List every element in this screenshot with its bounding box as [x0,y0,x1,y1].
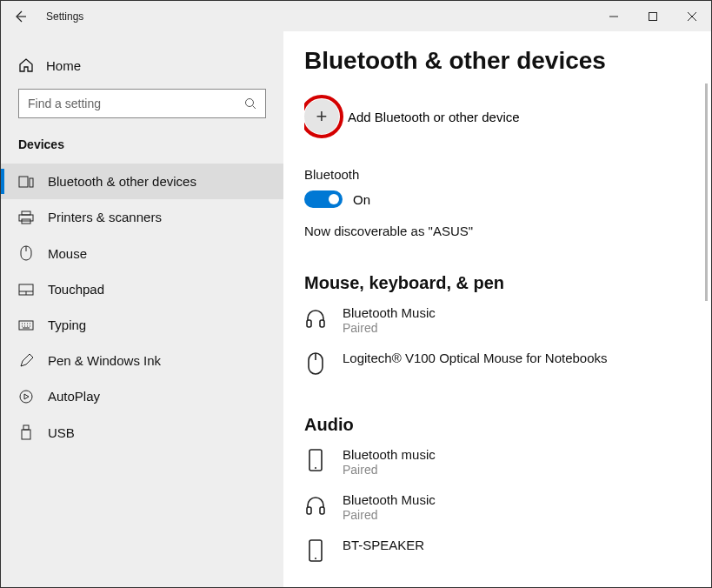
bluetooth-state: On [353,192,370,207]
device-group-heading: Audio [304,415,711,435]
minimize-button[interactable] [594,1,633,31]
main-panel: Bluetooth & other devices + Add Bluetoot… [283,31,711,587]
device-status: Paired [343,463,436,477]
svg-rect-19 [320,507,324,514]
sidebar: Home Devices Bluetooth & other devices P… [1,31,283,587]
titlebar: Settings [1,1,711,31]
device-name: Bluetooth Music [343,305,436,321]
device-row[interactable]: BT-SPEAKER [304,538,711,564]
devices-icon [18,176,34,188]
pen-icon [18,354,34,368]
window-title: Settings [46,10,83,23]
sidebar-item-label: Mouse [48,246,87,261]
add-device-label: Add Bluetooth or other device [348,110,520,124]
search-box[interactable] [18,89,266,118]
sidebar-item-label: Printers & scanners [48,210,162,224]
device-name: Bluetooth music [343,447,436,463]
page-title: Bluetooth & other devices [304,47,711,75]
sidebar-item-autoplay[interactable]: AutoPlay [1,378,283,414]
back-button[interactable] [1,1,39,31]
search-input[interactable] [28,97,244,110]
svg-rect-13 [307,320,311,327]
sidebar-item-label: Typing [48,317,86,332]
device-row[interactable]: Bluetooth MusicPaired [304,492,711,522]
sidebar-item-label: Pen & Windows Ink [48,353,161,368]
headphones-icon [304,305,327,331]
sidebar-item-label: USB [48,425,75,440]
maximize-button[interactable] [633,1,672,31]
phone-icon [304,538,327,564]
mouse-icon [304,351,327,377]
keyboard-icon [18,320,34,331]
home-icon [18,57,34,73]
device-name: BT-SPEAKER [343,538,424,553]
device-name: Bluetooth Music [343,492,436,508]
mouse-icon [18,245,34,261]
svg-point-1 [246,99,254,107]
device-status: Paired [343,508,436,522]
sidebar-item-label: Touchpad [48,282,104,297]
svg-rect-12 [22,430,30,439]
home-link[interactable]: Home [1,52,283,89]
sidebar-item-printers[interactable]: Printers & scanners [1,199,283,235]
sidebar-item-bluetooth[interactable]: Bluetooth & other devices [1,164,283,199]
printer-icon [18,210,34,224]
discoverable-text: Now discoverable as "ASUS" [304,224,711,238]
sidebar-item-typing[interactable]: Typing [1,307,283,343]
device-row[interactable]: Bluetooth musicPaired [304,447,711,477]
device-row[interactable]: Bluetooth MusicPaired [304,305,711,335]
usb-icon [18,424,34,440]
sidebar-item-label: Bluetooth & other devices [48,174,196,189]
sidebar-item-mouse[interactable]: Mouse [1,235,283,271]
bluetooth-label: Bluetooth [304,167,711,182]
svg-rect-18 [307,507,311,514]
device-status: Paired [343,321,436,335]
home-label: Home [46,58,81,73]
device-name: Logitech® V100 Optical Mouse for Noteboo… [343,351,608,366]
phone-icon [304,447,327,473]
svg-rect-4 [22,211,30,215]
sidebar-section-label: Devices [1,137,283,164]
svg-point-17 [315,467,316,469]
svg-rect-5 [19,215,33,221]
add-device-button[interactable]: + [304,99,339,134]
svg-point-10 [20,391,32,403]
device-group-heading: Mouse, keyboard, & pen [304,273,711,293]
sidebar-item-label: AutoPlay [48,389,100,404]
close-button[interactable] [672,1,711,31]
search-icon [244,97,256,110]
headphones-icon [304,492,327,518]
device-row[interactable]: Logitech® V100 Optical Mouse for Noteboo… [304,351,711,377]
svg-rect-3 [30,178,33,187]
svg-rect-0 [649,12,656,20]
bluetooth-toggle[interactable] [304,190,343,208]
sidebar-nav: Bluetooth & other devices Printers & sca… [1,164,283,451]
touchpad-icon [18,284,34,296]
sidebar-item-usb[interactable]: USB [1,414,283,451]
plus-icon: + [316,105,328,128]
svg-rect-2 [19,177,28,187]
svg-rect-11 [23,425,29,430]
sidebar-item-pen[interactable]: Pen & Windows Ink [1,343,283,378]
add-device-row[interactable]: + Add Bluetooth or other device [304,99,711,134]
sidebar-item-touchpad[interactable]: Touchpad [1,271,283,307]
autoplay-icon [18,390,34,404]
svg-rect-14 [320,320,324,327]
svg-point-21 [315,558,316,559]
